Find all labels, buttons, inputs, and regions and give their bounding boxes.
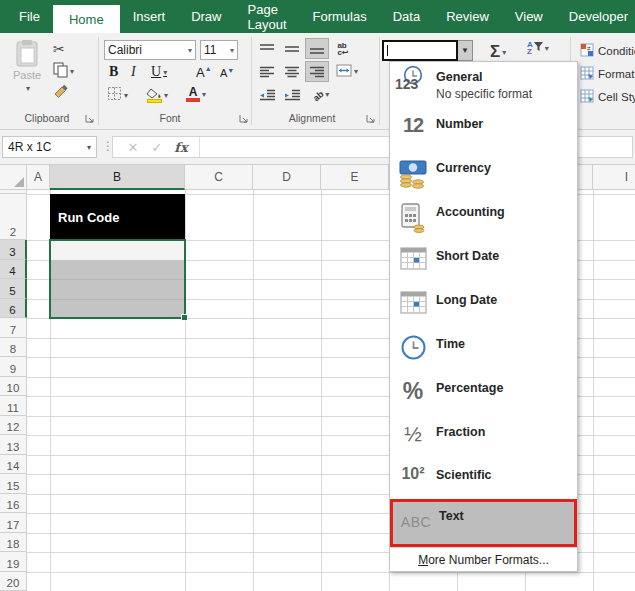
align-left-button[interactable]	[256, 62, 278, 81]
menu-item-currency[interactable]: Currency	[390, 154, 577, 198]
insert-function-icon[interactable]: fx	[169, 140, 193, 155]
menu-item-number[interactable]: 12Number	[390, 110, 577, 154]
column-header-a[interactable]: A	[27, 165, 50, 190]
alignment-dialog-launcher[interactable]	[366, 113, 376, 123]
button-conditional-formatting[interactable]: ≠Conditional Formatting	[580, 42, 635, 60]
italic-button[interactable]: I	[131, 63, 136, 81]
menu-item-fraction[interactable]: ½Fraction	[390, 418, 577, 461]
increase-font-size-button[interactable]: A▲	[196, 63, 212, 81]
button-cell-styles[interactable]: Cell Styles	[580, 88, 635, 106]
column-header-e[interactable]: E	[321, 165, 389, 190]
menu-item-long-date[interactable]: Long Date	[390, 286, 577, 330]
font-color-swatch	[186, 98, 200, 102]
row-header-7[interactable]: 7	[0, 318, 27, 338]
cut-button[interactable]: ✂	[53, 41, 65, 57]
tab-file[interactable]: File	[6, 0, 53, 33]
menu-item-percentage[interactable]: %Percentage	[390, 374, 577, 418]
borders-button[interactable]	[107, 86, 128, 104]
middle-align-button[interactable]	[281, 39, 303, 58]
shrink-arrow-icon: ▼	[227, 67, 234, 74]
cancel-icon[interactable]: ✕	[121, 140, 145, 155]
increase-indent-button[interactable]	[281, 85, 303, 104]
column-header-i[interactable]: I	[593, 165, 635, 190]
tab-insert[interactable]: Insert	[120, 0, 179, 33]
autosum-button[interactable]: Σ	[490, 42, 506, 62]
font-dialog-launcher[interactable]	[239, 113, 249, 123]
tab-draw[interactable]: Draw	[178, 0, 234, 33]
font-size-combobox[interactable]: 11▾	[200, 40, 238, 60]
row-header-17[interactable]: 17	[0, 513, 27, 533]
font-name-combobox[interactable]: Calibri▾	[104, 40, 196, 60]
select-all-corner[interactable]	[0, 165, 27, 190]
align-right-button[interactable]	[306, 62, 328, 81]
wrap-text-button[interactable]	[332, 39, 354, 58]
menu-item-accounting[interactable]: Accounting	[390, 198, 577, 242]
clipboard-dialog-launcher[interactable]	[85, 113, 95, 123]
font-color-button[interactable]: A	[186, 85, 206, 103]
row-header-20[interactable]: 20	[0, 572, 27, 591]
tab-data[interactable]: Data	[380, 0, 433, 33]
menu-item-label: Percentage	[436, 374, 503, 395]
column-header-c[interactable]: C	[185, 165, 253, 190]
date-icon	[390, 242, 436, 271]
button-format-as-table[interactable]: Format as Table	[580, 65, 635, 83]
row-header-11[interactable]: 11	[0, 396, 27, 416]
name-box[interactable]: 4R x 1C ▾	[2, 136, 97, 158]
tab-view[interactable]: View	[502, 0, 556, 33]
bold-button[interactable]: B	[109, 63, 118, 81]
number-format-dropdown-button[interactable]: ▼	[458, 40, 473, 61]
sort-filter-button[interactable]: AZ	[527, 41, 549, 55]
decrease-font-size-button[interactable]: A▼	[220, 64, 234, 82]
row-header-10[interactable]: 10	[0, 377, 27, 397]
menu-item-more-number-formats[interactable]: More Number Formats...	[390, 547, 577, 571]
copy-button[interactable]	[53, 62, 74, 81]
paste-button[interactable]: Paste	[8, 39, 46, 103]
menu-item-scientific[interactable]: 10²Scientific	[390, 461, 577, 499]
row-header-4[interactable]: 4	[0, 260, 27, 280]
row-header-6[interactable]: 6	[0, 299, 27, 319]
format-painter-button[interactable]	[53, 84, 68, 102]
center-button[interactable]	[281, 62, 303, 81]
fill-color-button[interactable]	[146, 86, 168, 104]
row-header-9[interactable]: 9	[0, 357, 27, 377]
tab-formulas[interactable]: Formulas	[300, 0, 380, 33]
orientation-button[interactable]	[306, 85, 336, 104]
tab-developer[interactable]: Developer	[556, 0, 635, 33]
menu-item-text[interactable]: ABCText	[390, 499, 577, 547]
row-header-2[interactable]: 2	[0, 194, 27, 240]
number-format-input[interactable]	[382, 40, 458, 61]
menu-item-text: Number	[436, 110, 483, 131]
menu-item-label: Long Date	[436, 286, 497, 307]
enter-icon[interactable]: ✓	[145, 140, 169, 155]
row-header-3[interactable]: 3	[0, 240, 27, 260]
row-header-13[interactable]: 13	[0, 435, 27, 455]
row-header-15[interactable]: 15	[0, 474, 27, 494]
bottom-align-button[interactable]	[306, 39, 328, 58]
menu-item-short-date[interactable]: Short Date	[390, 242, 577, 286]
row-header-16[interactable]: 16	[0, 494, 27, 514]
merge-center-button[interactable]	[332, 62, 362, 81]
column-header-b[interactable]: B	[50, 165, 185, 190]
gridline	[321, 190, 322, 591]
decrease-indent-button[interactable]	[256, 85, 278, 104]
menu-item-time[interactable]: Time	[390, 330, 577, 374]
fill-handle[interactable]	[181, 314, 188, 321]
fill-color-icon	[146, 88, 162, 103]
row-header-12[interactable]: 12	[0, 416, 27, 436]
top-align-button[interactable]	[256, 39, 278, 58]
row-header-8[interactable]: 8	[0, 338, 27, 358]
number-format-combobox[interactable]: ▼	[382, 40, 473, 61]
cell-b2-run-code[interactable]: Run Code	[50, 194, 185, 240]
tab-page-layout[interactable]: Page Layout	[235, 0, 300, 33]
accounting-icon	[390, 198, 436, 233]
row-header-14[interactable]: 14	[0, 455, 27, 475]
row-header-18[interactable]: 18	[0, 533, 27, 553]
column-header-d[interactable]: D	[253, 165, 321, 190]
menu-item-general[interactable]: 123GeneralNo specific format	[390, 63, 577, 110]
tab-home[interactable]: Home	[53, 5, 120, 33]
row-header-5[interactable]: 5	[0, 279, 27, 299]
sigma-icon: Σ	[490, 42, 500, 62]
row-header-19[interactable]: 19	[0, 552, 27, 572]
tab-review[interactable]: Review	[433, 0, 502, 33]
underline-button[interactable]: U	[151, 63, 167, 81]
